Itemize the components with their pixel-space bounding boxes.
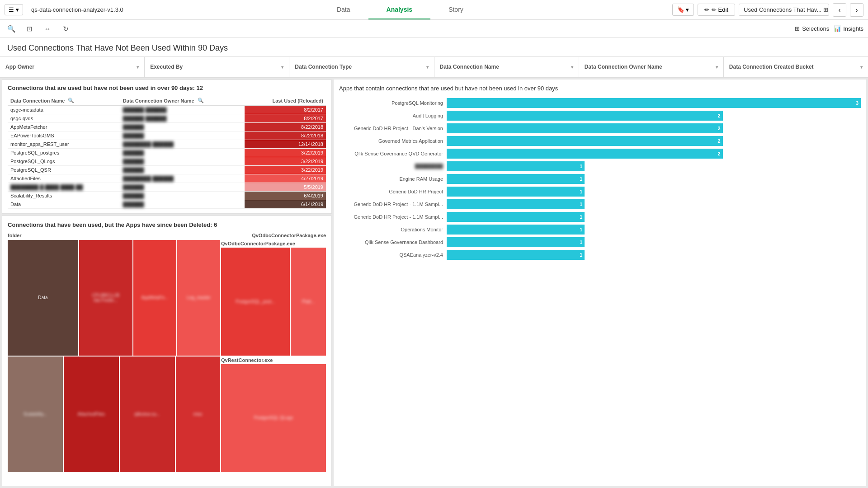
bar-row[interactable]: QSAEanalyzer-v2.41	[339, 250, 861, 260]
treemap-cell-scalability[interactable]: Scalability...	[8, 357, 63, 472]
bar-container: 2	[447, 111, 861, 121]
prev-sheet-button[interactable]: ‹	[833, 3, 846, 17]
bar-value: 1	[580, 214, 582, 220]
bookmark-button[interactable]: 🔖 ▾	[672, 4, 694, 16]
table-row[interactable]: PostgreSQL_QSR██████3/22/2019	[8, 166, 326, 174]
connection-name-cell: PostgreSQL_postgres	[8, 149, 120, 157]
filter-dc-bucket-label: Data Connection Created Bucket	[729, 64, 814, 70]
toolbar-row: 🔍 ⊡ ↔ ↻ ⊞ Selections 📊 Insights	[0, 20, 868, 38]
filter-dc-owner[interactable]: Data Connection Owner Name ▾	[579, 57, 724, 77]
bar-value: 2	[718, 113, 721, 118]
tab-data[interactable]: Data	[319, 0, 368, 19]
hamburger-button[interactable]: ☰ ▾	[5, 4, 23, 15]
connector-top-label: QvOdbcConnectorPackage.exe	[221, 240, 326, 247]
connection-name-cell: AttachedFiles	[8, 174, 120, 183]
treemap-cell-appmeta[interactable]: AppMetaFe...	[133, 240, 176, 356]
treemap-cell-qlikview[interactable]: qlikview-su...	[120, 357, 175, 472]
bar-row[interactable]: PostgreSQL Monitoring3	[339, 98, 861, 108]
last-used-cell: 8/22/2018	[245, 131, 326, 140]
filter-dc-name-arrow: ▾	[571, 65, 573, 70]
zoom-button[interactable]: ↔	[41, 22, 54, 36]
treemap-cell-attachedfiles[interactable]: AttachedFiles	[64, 357, 119, 472]
filter-executed-by-arrow: ▾	[281, 65, 283, 70]
top-bar-right: 🔖 ▾ ✏ ✏ Edit Used Connections That Hav..…	[672, 3, 863, 17]
table-row[interactable]: AttachedFiles████████ ██████4/27/2019	[8, 174, 326, 183]
treemap-cell-misc[interactable]: misc	[176, 357, 220, 472]
bar-row[interactable]: ████████1	[339, 161, 861, 171]
filter-dc-name-label: Data Connection Name	[440, 64, 499, 70]
bar-fill: 1	[447, 199, 585, 209]
right-chart-title: Apps that contain connections that are u…	[339, 85, 861, 93]
bar-value: 1	[580, 164, 582, 169]
bar-container: 2	[447, 123, 861, 133]
bar-row[interactable]: Governed Metrics Application2	[339, 136, 861, 146]
table-row[interactable]: Scalability_Results██████6/4/2019	[8, 192, 326, 200]
connection-name-cell: ████████ █ ████ ████ ██	[8, 183, 120, 192]
bar-row[interactable]: Operations Monitor1	[339, 225, 861, 235]
filter-dc-bucket[interactable]: Data Connection Created Bucket ▾	[724, 57, 868, 77]
bar-label: Generic DoD HR Project - Dan's Version	[339, 126, 443, 131]
bar-row[interactable]: Generic DoD HR Project - Dan's Version2	[339, 123, 861, 133]
connector-bottom-label: QvRestConnector.exe	[221, 357, 326, 364]
treemap-right: QvOdbcConnectorPackage.exe PostgreSQL_po…	[221, 240, 326, 472]
filter-dc-type[interactable]: Data Connection Type ▾	[289, 57, 434, 77]
lasso-button[interactable]: ⊡	[23, 22, 36, 36]
bar-fill: 1	[447, 187, 585, 197]
treemap-cell-data[interactable]: Data	[8, 240, 78, 356]
bar-container: 1	[447, 225, 861, 235]
table-row[interactable]: EAPowerToolsGMS██████8/22/2018	[8, 131, 326, 140]
treemap-cell-cplbb[interactable]: CPLBBCLLIBIda Fredin...	[79, 240, 132, 356]
table-row[interactable]: PostgreSQL_QLogs██████3/22/2019	[8, 157, 326, 166]
bar-container: 1	[447, 237, 861, 247]
owner-search-icon[interactable]: 🔍	[198, 98, 204, 103]
refresh-button[interactable]: ↻	[59, 22, 72, 36]
page-title-bar: Used Connections That Have Not Been Used…	[0, 38, 868, 57]
table-row[interactable]: qsgc-qvds██████ ██████8/2/2017	[8, 114, 326, 123]
sheet-icon: ⊞	[823, 6, 828, 13]
treemap-cell-psql-qlogs[interactable]: PostgreSQL QLogs	[221, 364, 326, 472]
bar-fill: 1	[447, 225, 585, 235]
bar-container: 2	[447, 136, 861, 146]
selections-button[interactable]: ⊞ Selections	[795, 25, 829, 32]
sheet-selector[interactable]: Used Connections That Hav... ⊞ ▾	[739, 4, 829, 16]
table-row[interactable]: PostgreSQL_postgres██████3/22/2019	[8, 149, 326, 157]
last-used-cell: 6/14/2019	[245, 200, 326, 209]
table-row[interactable]: qsgc-metadata██████ ██████8/2/2017	[8, 106, 326, 114]
insights-button[interactable]: 📊 Insights	[834, 25, 863, 32]
bar-row[interactable]: Engine RAM Usage1	[339, 174, 861, 184]
connection-search-icon[interactable]: 🔍	[68, 98, 74, 103]
next-sheet-button[interactable]: ›	[850, 3, 863, 17]
connection-name-cell: AppMetaFetcher	[8, 123, 120, 131]
col-connection-header: Data Connection Name 🔍	[8, 96, 120, 106]
top-nav-tabs: Data Analysis Story	[132, 0, 669, 19]
bar-row[interactable]: Audit Logging2	[339, 111, 861, 121]
bar-fill: 1	[447, 174, 585, 184]
table-row[interactable]: Data██████6/14/2019	[8, 200, 326, 209]
bookmark-arrow: ▾	[686, 6, 689, 13]
bar-value: 1	[580, 252, 582, 258]
edit-button[interactable]: ✏ ✏ Edit	[698, 4, 735, 16]
search-toolbar-button[interactable]: 🔍	[5, 22, 18, 36]
filter-dc-name[interactable]: Data Connection Name ▾	[434, 57, 579, 77]
tab-story[interactable]: Story	[430, 0, 481, 19]
bar-container: 1	[447, 161, 861, 171]
treemap-cell-log[interactable]: Log_master	[177, 240, 220, 356]
bar-row[interactable]: Qlik Sense Governance Dashboard1	[339, 237, 861, 247]
bar-row[interactable]: Generic DoD HR Project - 1.1M Sampl...1	[339, 212, 861, 222]
bar-row[interactable]: Generic DoD HR Project1	[339, 187, 861, 197]
filter-app-owner-arrow: ▾	[137, 65, 139, 70]
table-row[interactable]: AppMetaFetcher██████8/22/2018	[8, 123, 326, 131]
owner-name-cell: ██████	[120, 157, 245, 166]
bar-row[interactable]: Generic DoD HR Project - 1.1M Sampl...1	[339, 199, 861, 209]
tab-analysis[interactable]: Analysis	[368, 0, 431, 19]
filter-app-owner[interactable]: App Owner ▾	[0, 57, 145, 77]
table-row[interactable]: monitor_apps_REST_user████████ ██████12/…	[8, 140, 326, 149]
table-row[interactable]: ████████ █ ████ ████ ████████5/5/2019	[8, 183, 326, 192]
filter-executed-by[interactable]: Executed By ▾	[145, 57, 289, 77]
prev-arrow-icon: ‹	[839, 6, 841, 14]
treemap-cell-psql-post[interactable]: PostgreSQL_post...	[221, 248, 290, 356]
treemap-cell-platt[interactable]: Platt...	[291, 248, 326, 356]
bar-row[interactable]: Qlik Sense Governance QVD Generator2	[339, 149, 861, 159]
dropdown-arrow: ▾	[16, 6, 19, 13]
search-icon: 🔍	[7, 25, 16, 33]
